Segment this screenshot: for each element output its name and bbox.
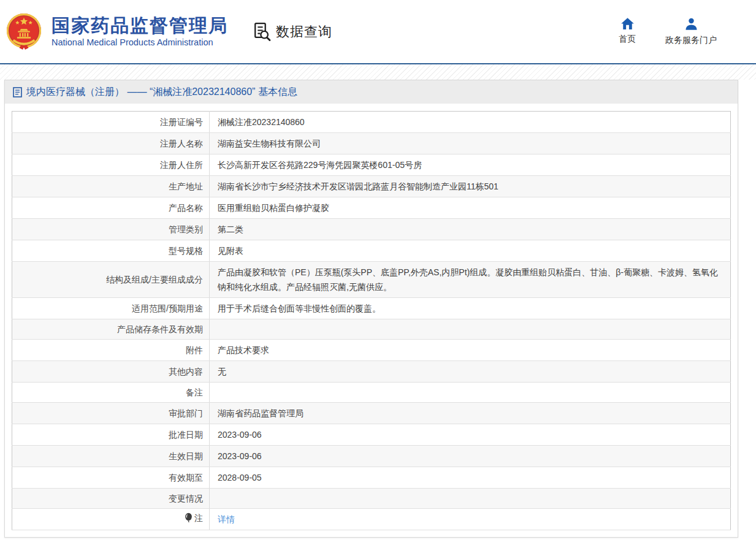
table-row: 适用范围/预期用途 用于手术后缝合创面等非慢性创面的覆盖。 (12, 298, 731, 319)
page-title-bar: 境内医疗器械（注册） —— “湘械注准20232140860” 基本信息 (5, 80, 738, 104)
hatch-pattern-band (0, 64, 756, 80)
data-query-label: 数据查询 (276, 23, 332, 41)
table-row: 结构及组成/主要组成成分 产品由凝胶和软管（PE）压泵瓶(泵头PP、底盖PP,外… (12, 262, 731, 298)
field-value (210, 383, 731, 403)
data-query-section[interactable]: 数据查询 (251, 21, 332, 42)
field-label: 结构及组成/主要组成成分 (12, 262, 210, 298)
table-row: 有效期至 2028-09-05 (12, 467, 731, 489)
site-title: 国家药品监督管理局 (52, 16, 228, 36)
nav-home-label: 首页 (619, 34, 636, 45)
field-value: 2023-09-06 (210, 446, 731, 467)
field-label: 适用范围/预期用途 (12, 298, 210, 319)
table-row: 注 详情 (12, 509, 731, 530)
table-row: 产品名称 医用重组贻贝粘蛋白修护凝胶 (12, 197, 731, 219)
field-value: 湖南省长沙市宁乡经济技术开发区谐园北路蓝月谷智能制造产业园11栋501 (210, 176, 731, 197)
field-label-text: 注 (194, 513, 203, 523)
nav-item-gov-portal[interactable]: 政务服务门户 (665, 17, 717, 46)
field-label: 批准日期 (12, 424, 210, 446)
field-label: 生效日期 (12, 446, 210, 467)
field-value: 第二类 (210, 219, 731, 240)
field-label: 附件 (12, 340, 210, 361)
nav-item-home[interactable]: 首页 (619, 17, 636, 46)
field-value: 无 (210, 361, 731, 383)
field-value (210, 319, 731, 340)
table-row: 管理类别 第二类 (12, 219, 731, 240)
field-label: 产品储存条件及有效期 (12, 319, 210, 340)
field-label: 型号规格 (12, 240, 210, 262)
nmpa-logo[interactable]: 国家药品监督管理局 National Medical Products Admi… (6, 12, 228, 51)
note-balloon-icon (185, 513, 193, 527)
registration-info-table: 注册证编号 湘械注准20232140860 注册人名称 湖南益安生物科技有限公司… (12, 111, 731, 530)
field-value: 湖南益安生物科技有限公司 (210, 133, 731, 154)
table-row: 生效日期 2023-09-06 (12, 446, 731, 467)
field-label: 有效期至 (12, 467, 210, 489)
field-value: 2023-09-06 (210, 424, 731, 446)
field-value: 产品技术要求 (210, 340, 731, 361)
field-label: 注册证编号 (12, 112, 210, 133)
table-row: 变更情况 (12, 489, 731, 509)
brand-text: 国家药品监督管理局 National Medical Products Admi… (52, 16, 228, 47)
table-row: 产品储存条件及有效期 (12, 319, 731, 340)
page-title: 境内医疗器械（注册） —— “湘械注准20232140860” 基本信息 (26, 86, 297, 99)
document-icon (13, 87, 22, 97)
table-row: 附件 产品技术要求 (12, 340, 731, 361)
table-row: 备注 (12, 383, 731, 403)
table-row: 注册人名称 湖南益安生物科技有限公司 (12, 133, 731, 154)
site-header: 国家药品监督管理局 National Medical Products Admi… (0, 0, 756, 63)
field-value: 详情 (210, 509, 731, 530)
table-row: 审批部门 湖南省药品监督管理局 (12, 403, 731, 424)
table-row: 生产地址 湖南省长沙市宁乡经济技术开发区谐园北路蓝月谷智能制造产业园11栋501 (12, 176, 731, 197)
field-value: 医用重组贻贝粘蛋白修护凝胶 (210, 197, 731, 219)
field-value: 湖南省药品监督管理局 (210, 403, 731, 424)
home-icon (620, 17, 635, 30)
table-row: 注册人住所 长沙高新开发区谷苑路229号海凭园聚英楼601-05号房 (12, 154, 731, 176)
field-value: 产品由凝胶和软管（PE）压泵瓶(泵头PP、底盖PP,外壳AS,内胆Pt)组成。凝… (210, 262, 731, 298)
field-label: 产品名称 (12, 197, 210, 219)
national-emblem-icon (6, 12, 42, 51)
field-value: 湘械注准20232140860 (210, 112, 731, 133)
field-label: 管理类别 (12, 219, 210, 240)
field-value (210, 489, 731, 509)
field-label: 变更情况 (12, 489, 210, 509)
header-nav: 首页 政务服务门户 (619, 17, 717, 46)
field-label: 其他内容 (12, 361, 210, 383)
field-value: 长沙高新开发区谷苑路229号海凭园聚英楼601-05号房 (210, 154, 731, 176)
detail-link[interactable]: 详情 (218, 514, 235, 524)
table-row: 批准日期 2023-09-06 (12, 424, 731, 446)
site-subtitle: National Medical Products Administration (52, 37, 228, 47)
field-label: 注册人住所 (12, 154, 210, 176)
nav-gov-portal-label: 政务服务门户 (665, 35, 717, 46)
table-row: 型号规格 见附表 (12, 240, 731, 262)
field-label: 审批部门 (12, 403, 210, 424)
field-label: 备注 (12, 383, 210, 403)
user-icon (684, 17, 698, 31)
field-label: 注 (12, 509, 210, 530)
content-card: 境内医疗器械（注册） —— “湘械注准20232140860” 基本信息 注册证… (4, 80, 738, 538)
field-label: 注册人名称 (12, 133, 210, 154)
document-search-icon (251, 21, 272, 42)
field-label: 生产地址 (12, 176, 210, 197)
field-value: 见附表 (210, 240, 731, 262)
field-value: 2028-09-05 (210, 467, 731, 489)
table-row: 注册证编号 湘械注准20232140860 (12, 112, 731, 133)
table-row: 其他内容 无 (12, 361, 731, 383)
field-value: 用于手术后缝合创面等非慢性创面的覆盖。 (210, 298, 731, 319)
